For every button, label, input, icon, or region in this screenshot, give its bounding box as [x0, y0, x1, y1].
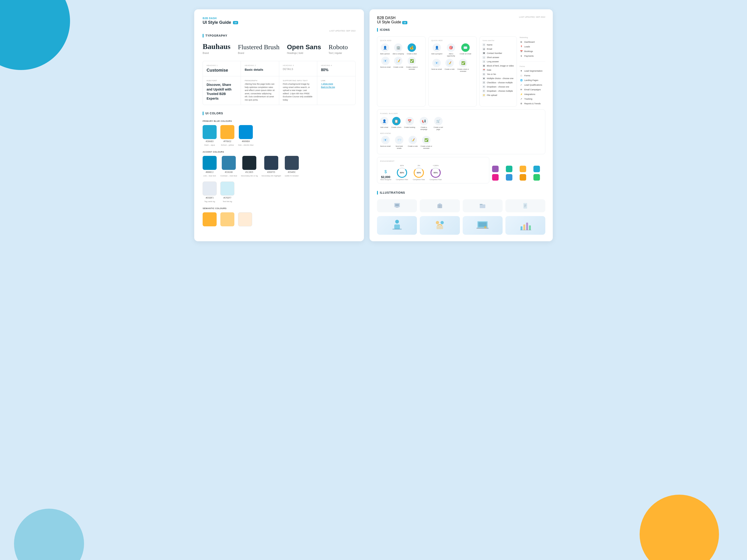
swatch-secondary: #1C2B35 Secondary btn or bg	[241, 156, 258, 177]
svg-rect-20	[476, 228, 489, 229]
add-opportunity-icon: 🎯	[447, 44, 455, 52]
h1-label: HEADING 1	[207, 64, 237, 66]
funnel-send-bulk[interactable]: 📨 Send bulk emails	[393, 136, 405, 149]
funnel-create-form[interactable]: 📋 Create a form	[391, 117, 401, 130]
bg-decoration-blue	[14, 509, 84, 560]
create-form-label: Create a form	[391, 126, 401, 128]
illustrations-small-grid	[377, 199, 545, 212]
font-roboto-display: Roboto	[329, 44, 348, 51]
add-company-icon: 🏢	[394, 44, 403, 52]
icon-create-task[interactable]: ✅ Create a task or reminder	[406, 57, 418, 70]
create-email-label: Create an email	[460, 53, 471, 55]
icon-create-note-2[interactable]: 📝 Create a note	[445, 59, 455, 72]
completion-label-60b: Completion Rate	[430, 179, 442, 180]
reports-label: Reports & Trends	[524, 102, 541, 105]
svg-rect-24	[526, 222, 528, 230]
marketing-payments: $ Payments	[520, 54, 545, 58]
funnel-create-booking[interactable]: 📅 Create booking	[404, 117, 415, 130]
engagement-60b: +196% 60% Completion Rate	[430, 164, 442, 180]
swatch-textlinkbg: #CFEEF7 Text link bg	[221, 182, 234, 203]
lead-seg-label: Lead Segmentation	[524, 70, 542, 72]
left-panel-header: B2B DASH UI Style Guide 10	[203, 17, 356, 25]
icon-add-person[interactable]: 👤 Add a person	[380, 44, 390, 55]
add-opportunity-label: Add a opportunity	[445, 53, 457, 57]
short-answer-icon: —	[483, 56, 485, 59]
icons-used-date: 📅 Date	[483, 69, 514, 72]
light-swatches: #E5EBF3 Tag cards bg #CFEEF7 Text link b…	[203, 182, 356, 203]
funnel-add-lead[interactable]: 👤 Add a lead	[380, 117, 388, 130]
create-note-icon: 📝	[394, 57, 403, 65]
payments-label: Payments	[524, 55, 534, 57]
funnel-send-bulk-label: Send bulk emails	[393, 145, 405, 149]
completion-label-60a: Completion Rate	[413, 179, 425, 180]
illustrations-large-grid	[377, 216, 545, 235]
link-back-top[interactable]: Back to the top	[321, 86, 352, 88]
svg-point-15	[436, 221, 439, 224]
funnel-send-email-label: Send an email	[380, 145, 390, 147]
icon-create-task-2[interactable]: ✅ Create a task or reminder	[457, 59, 469, 72]
swatch-secondary-hex: #1C2B35	[246, 171, 253, 174]
swatch-yellow-hex: #FFB432	[224, 140, 231, 142]
mini-color-blue	[534, 166, 540, 172]
value-amount: $2,000	[380, 175, 391, 179]
add-company-label: Add a company	[393, 53, 404, 55]
primary-colors-label: PRIMARY BLUE COLOURS	[203, 120, 356, 122]
illus-folder-svg	[479, 202, 486, 210]
right-guide-title: UI Style Guide 10	[377, 20, 407, 24]
svg-point-21	[484, 226, 487, 229]
swatch-subtle-hex: #35485C	[288, 171, 296, 174]
email-icon: @	[483, 48, 485, 50]
funnel-create-cart[interactable]: 🛒 Create a cart page	[433, 117, 444, 130]
svg-rect-17	[437, 226, 443, 229]
swatch-textlinkbg-name: Text link bg	[223, 201, 232, 203]
illus-large-4	[506, 216, 545, 235]
icon-add-opportunity[interactable]: 🎯 Add a opportunity	[445, 44, 457, 57]
icon-create-note[interactable]: 📝 Create a note	[393, 57, 403, 70]
short-answer-label: Short answer	[487, 56, 499, 59]
forms-link-label: Forms	[524, 75, 531, 77]
icons-used-checkbox: ☑ Checkbox - choose multiple	[483, 81, 514, 84]
icon-create-deal[interactable]: 💰 Create a deal	[407, 44, 417, 55]
funnel-send-email[interactable]: 📧 Send an email	[380, 136, 390, 149]
typography-section-title: TYPOGRAPHY	[203, 34, 356, 37]
create-cart-icon: 🛒	[434, 117, 443, 125]
swatch-aqua-hex: #20AAD3	[206, 140, 213, 142]
icon-row-top-2: 👤 Add a prospect 🎯 Add a opportunity ✉️ …	[431, 44, 474, 57]
support-label: SUPPORTING INFO TEXT	[283, 80, 313, 82]
icon-add-prospect[interactable]: 👤 Add a prospect	[431, 44, 442, 57]
icon-send-email-2[interactable]: 📧 Send an email	[431, 59, 442, 72]
guide-title: UI Style Guide 10	[203, 20, 356, 25]
icon-add-company[interactable]: 🏢 Add a company	[393, 44, 404, 55]
quick-add-box-2: QUICK ADD 👤 Add a prospect 🎯 Add a oppor…	[428, 36, 477, 107]
funnel-create-task[interactable]: ✅ Create a task or reminder	[420, 136, 432, 149]
funnel-create-note[interactable]: 📝 Create a note	[408, 136, 418, 149]
bookings-label: Bookings	[524, 50, 533, 53]
guide-title-text: UI Style Guide	[203, 20, 231, 25]
icon-row-second: 📧 Send an email 📝 Create a note ✅ Create…	[380, 57, 422, 70]
leads-icon: 📍	[520, 45, 523, 48]
create-note-label: Create a note	[393, 66, 403, 68]
completion-60b-title: +196%	[430, 164, 442, 167]
engagement-title: ENGAGEMENT	[380, 160, 486, 162]
icon-send-email[interactable]: 📧 Send an email	[380, 57, 390, 70]
right-brand-header: B2B DASH UI Style Guide 10	[377, 16, 407, 24]
accent-colors-label: ACCENT COLOURS	[203, 151, 356, 153]
swatch-tagbg-box	[203, 182, 216, 195]
link-show-more[interactable]: + show more	[321, 83, 352, 85]
h3-label: HEADING 3	[283, 64, 313, 66]
checkbox-icon: ☑	[483, 81, 485, 84]
svg-rect-13	[394, 224, 400, 229]
mini-color-grid	[492, 166, 545, 181]
illus-large-2	[420, 216, 460, 235]
add-person-label: Add a person	[380, 53, 390, 55]
quick-add-box-1: QUICK ADD 👤 Add a person 🏢 Add a company…	[377, 36, 426, 107]
email-label: Email	[487, 48, 492, 50]
add-lead-icon: 👤	[380, 117, 388, 125]
icon-create-email[interactable]: ✉️ Create an email	[460, 44, 471, 57]
marketing-leads: 📍 Leads	[520, 45, 545, 48]
email-campaigns-icon: ✉	[520, 88, 523, 91]
right-guide-title-text: UI Style Guide	[377, 20, 401, 24]
funnel-create-campaign[interactable]: 📢 Create a campaign	[418, 117, 430, 130]
page-container: B2B DASH UI Style Guide 10 LAST UPDATED:…	[187, 0, 560, 250]
swatch-tagbg-name: Tag cards bg	[204, 201, 215, 203]
